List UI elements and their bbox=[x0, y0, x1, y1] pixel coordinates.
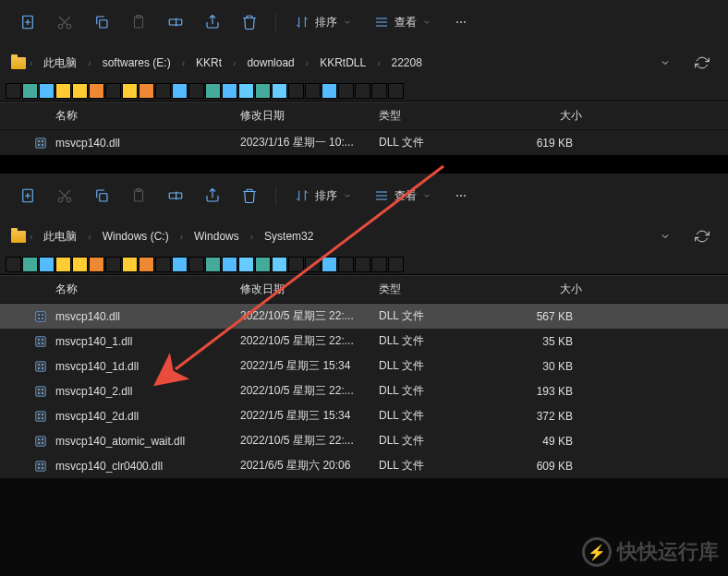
tab-icon[interactable] bbox=[22, 257, 38, 272]
file-row[interactable]: msvcp140_2d.dll2022/1/5 星期三 15:34DLL 文件3… bbox=[0, 403, 728, 428]
sort-dropdown[interactable]: 排序 bbox=[285, 181, 361, 210]
tab-icon[interactable] bbox=[139, 257, 154, 272]
tab-icon[interactable] bbox=[155, 257, 171, 272]
col-size[interactable]: 大小 bbox=[499, 282, 610, 297]
file-row[interactable]: msvcp140.dll2023/1/16 星期一 10:...DLL 文件61… bbox=[0, 130, 728, 155]
dropdown-icon[interactable] bbox=[650, 50, 680, 76]
share-button[interactable] bbox=[196, 7, 229, 37]
tab-icon[interactable] bbox=[72, 83, 88, 99]
tab-icon[interactable] bbox=[305, 83, 321, 99]
tab-icon[interactable] bbox=[255, 83, 271, 99]
col-date[interactable]: 修改日期 bbox=[240, 282, 379, 297]
tab-icon[interactable] bbox=[188, 83, 204, 99]
tab-icon[interactable] bbox=[39, 257, 55, 272]
tab-icon[interactable] bbox=[22, 83, 38, 99]
tab-icon[interactable] bbox=[172, 257, 188, 272]
tab-icon[interactable] bbox=[122, 83, 138, 99]
tab-icon[interactable] bbox=[371, 83, 387, 99]
file-row[interactable]: msvcp140_1.dll2022/10/5 星期三 22:...DLL 文件… bbox=[0, 329, 728, 354]
col-date[interactable]: 修改日期 bbox=[240, 108, 379, 124]
file-row[interactable]: msvcp140_1d.dll2022/1/5 星期三 15:34DLL 文件3… bbox=[0, 354, 728, 378]
tab-icon[interactable] bbox=[205, 257, 221, 272]
tab-icon[interactable] bbox=[338, 83, 354, 99]
tab-icon[interactable] bbox=[388, 257, 404, 272]
tab-icon[interactable] bbox=[288, 83, 304, 99]
paste-button[interactable] bbox=[122, 181, 155, 210]
tab-icon[interactable] bbox=[305, 257, 321, 272]
more-button[interactable]: ⋯ bbox=[444, 7, 478, 37]
breadcrumb-item[interactable]: 此电脑 bbox=[36, 52, 84, 75]
file-row[interactable]: msvcp140_2.dll2022/10/5 星期三 22:...DLL 文件… bbox=[0, 378, 728, 403]
share-button[interactable] bbox=[196, 181, 229, 210]
tab-icon[interactable] bbox=[238, 83, 254, 99]
cut-button[interactable] bbox=[48, 7, 81, 37]
tab-icon[interactable] bbox=[338, 257, 354, 272]
tab-icon[interactable] bbox=[222, 257, 237, 272]
tab-icon[interactable] bbox=[89, 257, 104, 272]
delete-button[interactable] bbox=[233, 7, 266, 37]
rename-button[interactable] bbox=[159, 181, 192, 210]
view-dropdown[interactable]: 查看 bbox=[365, 181, 441, 210]
tab-icon[interactable] bbox=[39, 83, 55, 99]
tab-icon[interactable] bbox=[355, 83, 370, 99]
tab-icon[interactable] bbox=[139, 83, 154, 99]
tab-icon[interactable] bbox=[122, 257, 138, 272]
view-dropdown[interactable]: 查看 bbox=[365, 7, 441, 37]
tab-icon[interactable] bbox=[272, 83, 287, 99]
tab-icon[interactable] bbox=[55, 257, 71, 272]
breadcrumb-item[interactable]: download bbox=[239, 53, 301, 73]
breadcrumb-item[interactable]: Windows bbox=[187, 226, 247, 246]
tab-icon[interactable] bbox=[105, 83, 121, 99]
col-size[interactable]: 大小 bbox=[499, 108, 610, 124]
more-button[interactable]: ⋯ bbox=[444, 181, 478, 210]
tab-icon[interactable] bbox=[55, 83, 71, 99]
tab-icon[interactable] bbox=[222, 83, 237, 99]
tab-icon[interactable] bbox=[288, 257, 304, 272]
breadcrumb-item[interactable]: KKRt bbox=[188, 53, 229, 73]
col-name[interactable]: 名称 bbox=[0, 282, 240, 297]
file-row[interactable]: msvcp140.dll2022/10/5 星期三 22:...DLL 文件56… bbox=[0, 304, 728, 329]
breadcrumb[interactable]: › 此电脑› Windows (C:)› Windows› System32 bbox=[0, 218, 728, 255]
paste-button[interactable] bbox=[122, 7, 155, 37]
breadcrumb-item[interactable]: 此电脑 bbox=[36, 225, 84, 248]
copy-button[interactable] bbox=[85, 7, 118, 37]
copy-button[interactable] bbox=[85, 181, 118, 210]
tab-icon[interactable] bbox=[155, 83, 171, 99]
tab-icon[interactable] bbox=[355, 257, 370, 272]
delete-button[interactable] bbox=[233, 181, 266, 210]
col-type[interactable]: 类型 bbox=[379, 108, 499, 124]
rename-button[interactable] bbox=[159, 7, 192, 37]
breadcrumb-item[interactable]: 22208 bbox=[384, 53, 430, 73]
tab-icon[interactable] bbox=[255, 257, 271, 272]
cut-button[interactable] bbox=[48, 181, 81, 210]
col-name[interactable]: 名称 bbox=[0, 108, 240, 124]
breadcrumb-item[interactable]: KKRtDLL bbox=[312, 53, 373, 73]
tab-icon[interactable] bbox=[238, 257, 254, 272]
breadcrumb-item[interactable]: Windows (C:) bbox=[95, 226, 176, 246]
file-row[interactable]: msvcp140_clr0400.dll2021/6/5 星期六 20:06DL… bbox=[0, 453, 728, 478]
breadcrumb-item[interactable]: System32 bbox=[257, 226, 321, 246]
tab-icon[interactable] bbox=[371, 257, 387, 272]
refresh-button[interactable] bbox=[687, 223, 717, 249]
new-folder-button[interactable] bbox=[11, 181, 44, 210]
tab-icon[interactable] bbox=[72, 257, 88, 272]
tab-icon[interactable] bbox=[6, 83, 21, 99]
sort-dropdown[interactable]: 排序 bbox=[285, 7, 361, 37]
tab-icon[interactable] bbox=[272, 257, 287, 272]
tab-icon[interactable] bbox=[89, 83, 104, 99]
tab-icon[interactable] bbox=[188, 257, 204, 272]
tab-icon[interactable] bbox=[172, 83, 188, 99]
tab-icon[interactable] bbox=[6, 257, 21, 272]
tab-icon[interactable] bbox=[105, 257, 121, 272]
new-folder-button[interactable] bbox=[11, 7, 44, 37]
col-type[interactable]: 类型 bbox=[379, 282, 499, 297]
tab-icon[interactable] bbox=[322, 257, 337, 272]
file-row[interactable]: msvcp140_atomic_wait.dll2022/10/5 星期三 22… bbox=[0, 428, 728, 453]
tab-icon[interactable] bbox=[322, 83, 337, 99]
breadcrumb[interactable]: › 此电脑› softwares (E:)› KKRt› download› K… bbox=[0, 44, 728, 81]
tab-icon[interactable] bbox=[205, 83, 221, 99]
breadcrumb-item[interactable]: softwares (E:) bbox=[95, 53, 178, 73]
tab-icon[interactable] bbox=[388, 83, 404, 99]
dropdown-icon[interactable] bbox=[650, 223, 680, 249]
refresh-button[interactable] bbox=[687, 50, 717, 76]
